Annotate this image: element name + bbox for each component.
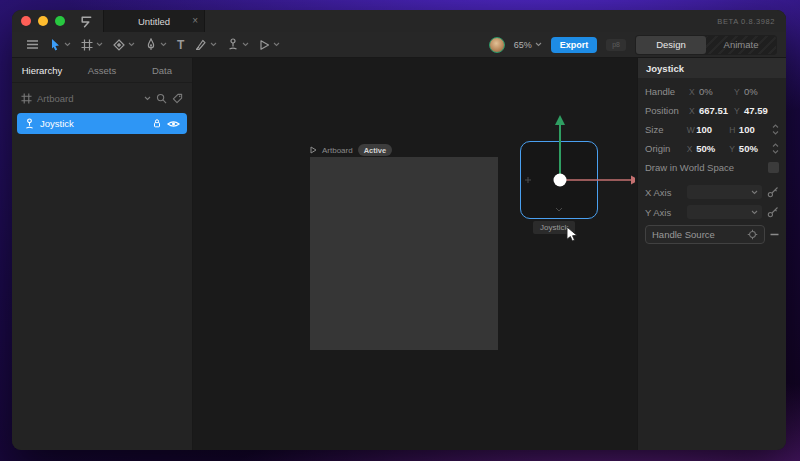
position-x-input[interactable]: 667.51	[699, 105, 734, 116]
joystick-selection-rect[interactable]	[520, 141, 598, 219]
axis-key-w: W	[687, 125, 696, 135]
chevron-down-icon	[242, 42, 249, 47]
handle-label: Handle	[645, 86, 689, 97]
axis-key-y: Y	[734, 87, 744, 97]
hamburger-icon	[26, 39, 39, 50]
inspector-title: Joystick	[638, 58, 786, 78]
hierarchy-root-label: Artboard	[37, 93, 73, 104]
tab-close-icon[interactable]: ×	[192, 16, 198, 26]
axis-key-h: H	[729, 125, 738, 135]
target-icon	[747, 229, 758, 240]
chevron-down-icon	[96, 42, 103, 47]
shapes-tool[interactable]	[108, 32, 140, 57]
handle-y-input[interactable]: 0%	[744, 86, 779, 97]
joystick-tool[interactable]	[222, 32, 254, 57]
mouse-cursor	[566, 226, 579, 246]
diamond-icon	[113, 39, 125, 51]
active-badge: Active	[358, 144, 393, 156]
size-w-input[interactable]: 100	[696, 124, 729, 135]
text-tool[interactable]: T	[172, 32, 189, 57]
tab-hierarchy[interactable]: Hierarchy	[12, 65, 72, 76]
sidebar-tabs: Hierarchy Assets Data	[12, 58, 192, 83]
canvas[interactable]: Artboard Active Joystick	[193, 58, 637, 450]
minimize-window-button[interactable]	[38, 16, 48, 26]
tab-data[interactable]: Data	[132, 65, 192, 76]
hierarchy-root-row[interactable]: Artboard	[12, 86, 192, 110]
remove-icon[interactable]	[770, 233, 779, 236]
chevron-down-icon	[210, 42, 217, 47]
origin-x-input[interactable]: 50%	[696, 143, 729, 154]
position-label: Position	[645, 105, 689, 116]
chevron-down-icon[interactable]	[144, 96, 151, 101]
pen-icon	[145, 38, 157, 51]
aux-toolbar-button[interactable]: p8	[606, 39, 626, 51]
animate-mode-tab[interactable]: Animate	[706, 36, 776, 54]
chevron-down-icon	[128, 42, 135, 47]
handle-source-field[interactable]: Handle Source	[645, 225, 765, 244]
export-button[interactable]: Export	[551, 37, 598, 53]
chevron-down-icon	[751, 190, 758, 195]
chevron-down-icon	[64, 42, 71, 47]
chevron-down-icon	[273, 42, 280, 47]
y-axis-label: Y Axis	[645, 207, 682, 218]
x-axis-dropdown[interactable]	[687, 185, 762, 199]
target-picker-icon[interactable]	[767, 186, 779, 198]
knife-tool[interactable]	[189, 32, 222, 57]
chevron-down-icon	[535, 42, 542, 47]
y-axis-dropdown[interactable]	[687, 205, 762, 219]
rive-logo-icon	[78, 14, 93, 29]
hierarchy-item-label: Joystick	[40, 118, 74, 129]
frame-icon	[21, 93, 32, 104]
stepper-icon[interactable]	[772, 124, 779, 135]
size-row: Size W 100 H 100	[638, 120, 786, 139]
size-label: Size	[645, 124, 687, 135]
x-axis-row: X Axis	[638, 182, 786, 202]
tag-icon[interactable]	[172, 93, 183, 104]
menu-button[interactable]	[21, 32, 44, 57]
artboard-tool[interactable]	[76, 32, 108, 57]
cursor-icon	[49, 38, 61, 51]
tab-assets[interactable]: Assets	[72, 65, 132, 76]
fullscreen-window-button[interactable]	[55, 16, 65, 26]
origin-y-input[interactable]: 50%	[739, 143, 772, 154]
target-picker-icon[interactable]	[767, 206, 779, 218]
play-outline-icon	[310, 146, 317, 154]
axis-key-x: X	[687, 144, 696, 154]
text-tool-icon: T	[177, 39, 184, 51]
world-space-checkbox[interactable]	[768, 162, 779, 173]
handle-x-input[interactable]: 0%	[699, 86, 734, 97]
joystick-icon	[227, 38, 239, 51]
artboard-name-label: Artboard	[322, 146, 353, 155]
hierarchy-item-joystick[interactable]: Joystick	[17, 113, 187, 134]
pen-tool[interactable]	[140, 32, 172, 57]
document-tab-title: Untitled	[138, 16, 170, 27]
titlebar: Untitled × BETA 0.8.3982	[12, 10, 786, 32]
close-window-button[interactable]	[21, 16, 31, 26]
artboard-header[interactable]: Artboard Active	[310, 144, 392, 156]
left-sidebar: Hierarchy Assets Data Artboard Joystick	[12, 58, 193, 450]
x-axis-label: X Axis	[645, 187, 682, 198]
artboard-surface[interactable]	[310, 157, 498, 350]
design-mode-tab[interactable]: Design	[636, 36, 706, 54]
lock-icon[interactable]	[152, 118, 162, 129]
origin-row: Origin X 50% Y 50%	[638, 139, 786, 158]
chevron-down-icon	[160, 42, 167, 47]
search-icon[interactable]	[156, 93, 167, 104]
zoom-control[interactable]: 65%	[514, 40, 542, 50]
user-avatar[interactable]	[489, 37, 505, 53]
world-space-label: Draw in World Space	[645, 162, 734, 173]
axis-key-y: Y	[729, 144, 738, 154]
size-h-input[interactable]: 100	[739, 124, 772, 135]
eye-icon[interactable]	[167, 119, 180, 129]
handle-source-row: Handle Source	[645, 225, 779, 244]
beta-version-label: BETA 0.8.3982	[717, 17, 786, 26]
frame-icon	[81, 39, 93, 51]
document-tab[interactable]: Untitled ×	[103, 10, 205, 32]
axis-key-x: X	[689, 106, 699, 116]
position-y-input[interactable]: 47.59	[744, 105, 779, 116]
trigger-tool[interactable]	[254, 32, 285, 57]
app-window: Untitled × BETA 0.8.3982 T	[12, 10, 786, 450]
axis-key-x: X	[689, 87, 699, 97]
stepper-icon[interactable]	[772, 143, 779, 154]
select-tool[interactable]	[44, 32, 76, 57]
